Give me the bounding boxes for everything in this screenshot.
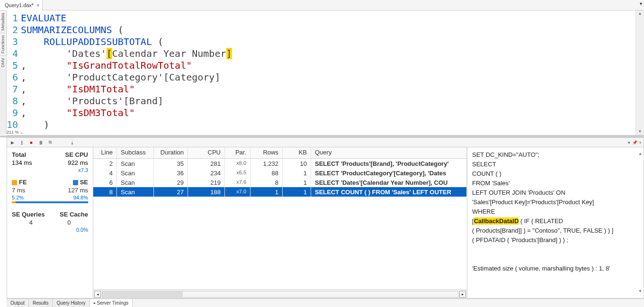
col-par[interactable]: Par. — [225, 147, 250, 158]
fe-label: FE — [19, 179, 27, 186]
bottom-panel: ▶ ∥ ■ 🗑 ⧉ ⭳ ▾ 📌 × TotalSE CPU 134 ms922 … — [7, 137, 644, 298]
col-query[interactable]: Query — [311, 147, 467, 158]
se-label: SE — [80, 179, 88, 186]
secpu-value: 922 ms — [68, 159, 88, 166]
play-icon[interactable]: ▶ — [9, 139, 16, 146]
stop-icon[interactable]: ■ — [28, 139, 35, 146]
table-row[interactable]: 2Scan35281x8.01,23210SELECT 'Products'[B… — [93, 159, 467, 168]
tab-output[interactable]: Output — [7, 299, 29, 307]
col-subclass[interactable]: Subclass — [117, 147, 154, 158]
close-icon[interactable]: × — [36, 3, 39, 8]
sequeries-value: 4 — [12, 219, 50, 226]
bottom-toolbar: ▶ ∥ ■ 🗑 ⧉ ⭳ ▾ 📌 × — [7, 138, 644, 147]
side-tab-dmv[interactable]: DMV — [0, 55, 6, 69]
secache-value: 0 — [50, 219, 89, 226]
tab-overflow-icon[interactable]: ▾ — [640, 1, 642, 6]
line-number-gutter: 12345678910 — [7, 10, 21, 135]
col-cpu[interactable]: CPU — [188, 147, 225, 158]
table-row[interactable]: 6Scan29219x7.681SELECT 'Dates'[Calendar … — [93, 178, 467, 187]
grid-header-row: Line Subclass Duration CPU Par. Rows KB … — [93, 147, 467, 159]
col-rows[interactable]: Rows — [250, 147, 283, 158]
document-tab-title: Query1.dax* — [5, 2, 34, 8]
grid-horizontal-scrollbar[interactable]: ◂ ▸ — [93, 289, 467, 298]
export-icon[interactable]: ⭳ — [69, 139, 75, 146]
se-percent: 94.8% — [73, 195, 88, 200]
document-tab[interactable]: Query1.dax* × — [0, 0, 43, 10]
pause-icon[interactable]: ∥ — [18, 139, 25, 146]
col-kb[interactable]: KB — [283, 147, 311, 158]
secpu-multiplier: x7.3 — [78, 167, 88, 173]
table-row[interactable]: 4Scan36234x6.5881SELECT 'ProductCategory… — [93, 168, 467, 178]
side-tab-strip: Metadata Functions DMV — [0, 10, 7, 135]
zoom-indicator[interactable]: 211 %⌄ — [7, 130, 24, 135]
tab-server-timings[interactable]: Server Timings — [90, 299, 133, 307]
scan-grid: Line Subclass Duration CPU Par. Rows KB … — [93, 147, 467, 298]
document-tab-bar: Query1.dax* × ▾ — [0, 0, 644, 10]
grid-body: 2Scan35281x8.01,23210SELECT 'Products'[B… — [93, 159, 467, 289]
side-tab-metadata[interactable]: Metadata — [0, 10, 6, 33]
se-color-swatch — [73, 180, 78, 185]
fe-value: 7 ms — [12, 187, 25, 194]
total-value: 134 ms — [12, 159, 32, 166]
col-duration[interactable]: Duration — [154, 147, 188, 158]
bottom-tab-strip: Output Results Query History Server Timi… — [7, 298, 644, 307]
dropdown-icon[interactable]: ▾ — [628, 140, 630, 145]
timing-stats-panel: TotalSE CPU 134 ms922 ms x7.3 FESE 7 ms1… — [7, 147, 93, 298]
clear-icon[interactable]: 🗑 — [37, 139, 44, 146]
pin-icon[interactable]: 📌 — [632, 140, 637, 145]
sequeries-label: SE Queries — [12, 211, 45, 218]
col-line[interactable]: Line — [93, 147, 117, 158]
tab-results[interactable]: Results — [29, 299, 53, 307]
sql-detail-panel: SET DC_KIND="AUTO"; SELECT COUNT ( ) FRO… — [467, 147, 644, 298]
editor-scrollbar[interactable]: ▲ ▼ — [635, 10, 644, 135]
scroll-down-icon[interactable]: ▼ — [636, 128, 644, 135]
scroll-left-icon[interactable]: ◂ — [94, 291, 101, 298]
secache-label: SE Cache — [60, 211, 88, 218]
scroll-up-icon[interactable]: ▲ — [636, 10, 644, 17]
scroll-thumb[interactable] — [102, 291, 183, 297]
sql-scrollbar[interactable]: ▲ ▼ — [638, 149, 643, 296]
secache-percent: 0.0% — [76, 227, 88, 233]
close-panel-icon[interactable]: × — [639, 140, 642, 145]
code-content[interactable]: EVALUATE SUMMARIZECOLUMNS ( ROLLUPADDISS… — [21, 10, 644, 135]
side-tab-functions[interactable]: Functions — [0, 33, 6, 55]
se-value: 127 ms — [68, 187, 88, 194]
tab-query-history[interactable]: Query History — [53, 299, 89, 307]
callback-highlight: CallbackDataID — [474, 217, 519, 225]
fe-color-swatch — [12, 180, 17, 185]
code-editor[interactable]: 12345678910 EVALUATE SUMMARIZECOLUMNS ( … — [7, 10, 644, 135]
secpu-label: SE CPU — [65, 151, 88, 158]
fe-se-bar — [12, 201, 88, 203]
scroll-right-icon[interactable]: ▸ — [459, 291, 466, 298]
copy-icon[interactable]: ⧉ — [47, 139, 54, 146]
fe-percent: 5.2% — [12, 195, 24, 200]
table-row[interactable]: 8Scan27188x7.011SELECT COUNT ( ) FROM 'S… — [93, 187, 467, 197]
total-label: Total — [12, 151, 26, 158]
